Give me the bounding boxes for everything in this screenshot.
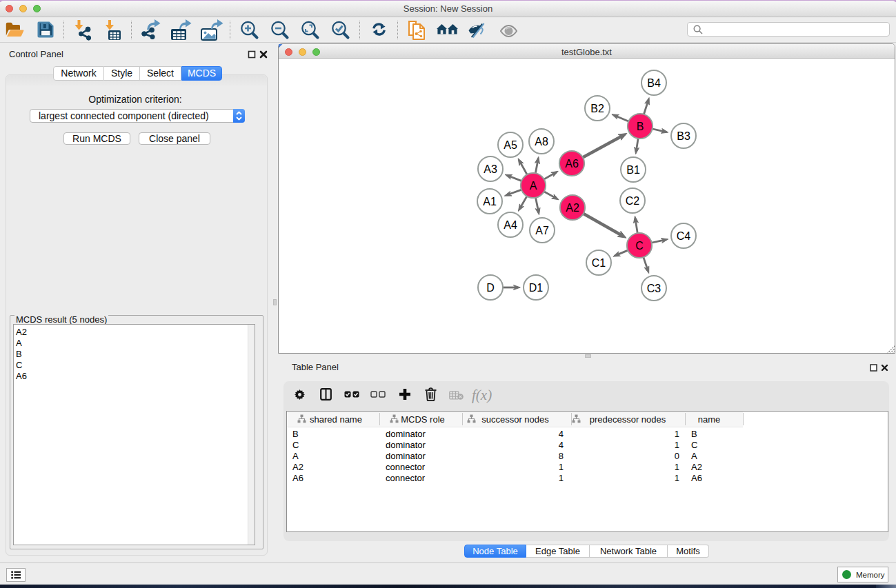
svg-text:B: B [637, 121, 644, 132]
svg-text:A7: A7 [535, 225, 549, 236]
svg-text:A8: A8 [535, 136, 548, 148]
svg-text:A2: A2 [566, 202, 579, 214]
svg-text:A: A [530, 180, 537, 192]
svg-text:C2: C2 [626, 195, 640, 207]
svg-text:B4: B4 [647, 77, 661, 89]
svg-text:A3: A3 [484, 163, 497, 175]
svg-text:A6: A6 [565, 158, 579, 170]
svg-text:A4: A4 [504, 219, 517, 231]
svg-text:D1: D1 [529, 282, 544, 294]
svg-text:B2: B2 [590, 103, 604, 114]
svg-text:D: D [486, 282, 495, 294]
svg-text:A1: A1 [483, 196, 497, 207]
svg-text:A5: A5 [504, 139, 517, 151]
svg-text:C4: C4 [677, 230, 691, 242]
svg-text:C3: C3 [647, 283, 661, 294]
svg-text:B3: B3 [677, 130, 690, 142]
svg-text:C1: C1 [592, 257, 606, 269]
svg-text:C: C [635, 240, 644, 252]
svg-text:B1: B1 [626, 164, 640, 176]
